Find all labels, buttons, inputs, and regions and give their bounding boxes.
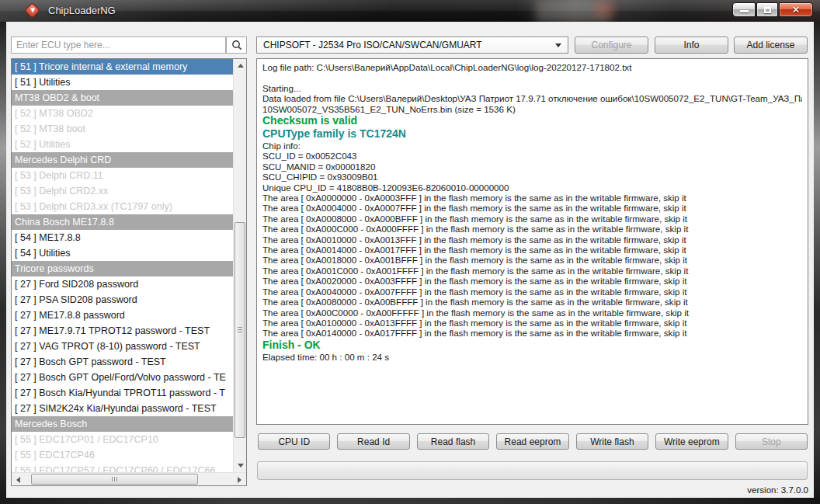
device-combobox[interactable]: CHIPSOFT - J2534 Pro ISO/CAN/SWCAN/GMUAR… <box>256 36 568 54</box>
list-item-label: [ 27 ] VAG TPROT (8-10) password - TEST <box>15 341 200 352</box>
maximize-icon <box>764 7 771 13</box>
log-line: The area [ 0xA00C0000 - 0xA00FFFFF ] in … <box>262 308 802 318</box>
log-line: The area [ 0xA000C000 - 0xA000FFFF ] in … <box>262 224 802 234</box>
list-item[interactable]: [ 27 ] Bosch GPT Opel/Ford/Volvo passwor… <box>12 370 233 385</box>
log-line: 10SW005072_VS35B561_E2_TUN_NoErrs.bin (s… <box>262 104 802 114</box>
list-item: [ 55 ] EDC17CP57 / EDC17CP60 / EDC17C66 <box>12 463 233 472</box>
search-icon <box>231 40 242 50</box>
scroll-down-arrow[interactable] <box>234 459 247 472</box>
list-item: [ 52 ] MT38 boot <box>12 121 233 137</box>
vertical-scroll-thumb[interactable] <box>235 222 245 438</box>
list-item-label: [ 27 ] SIM2K24x Kia/Hyundai password - T… <box>15 403 217 414</box>
vertical-scroll-track[interactable] <box>234 72 246 459</box>
titlebar-glass-reflection <box>0 0 820 22</box>
log-line: SCU_MANID = 0x00001820 <box>262 162 802 172</box>
list-item-label: Tricore passwords <box>15 263 94 274</box>
list-item-label: China Bosch ME17.8.8 <box>15 217 114 228</box>
list-item[interactable]: [ 27 ] PSA SID208 password <box>12 292 233 308</box>
list-item: Mercedes Delphi CRD <box>12 152 233 168</box>
ecu-list: [ 51 ] Tricore internal & external memor… <box>11 58 247 486</box>
list-item-label: [ 52 ] MT38 OBD2 <box>15 108 93 119</box>
list-item-label: [ 27 ] PSA SID208 password <box>15 294 137 305</box>
horizontal-scroll-track[interactable] <box>25 473 233 485</box>
add-license-button[interactable]: Add license <box>734 36 808 54</box>
list-item-label: [ 55 ] EDC17CP57 / EDC17CP60 / EDC17C66 <box>15 465 215 472</box>
list-item[interactable]: [ 27 ] Bosch GPT password - TEST <box>12 354 233 370</box>
list-item[interactable]: [ 51 ] Utilities <box>12 75 233 90</box>
list-item: Tricore passwords <box>12 261 233 276</box>
list-item[interactable]: [ 27 ] Ford SID208 password <box>12 276 233 292</box>
titlebar: ChipLoaderNG ✕ <box>0 0 820 22</box>
list-item-label: [ 27 ] ME17.8.8 password <box>15 310 125 321</box>
log-line: Starting... <box>262 83 802 93</box>
minimize-button[interactable] <box>732 2 756 17</box>
horizontal-scroll-thumb[interactable] <box>31 474 198 485</box>
search-button[interactable] <box>226 36 247 54</box>
info-button[interactable]: Info <box>655 36 728 54</box>
log-line: The area [ 0xA0020000 - 0xA003FFFF ] in … <box>262 276 802 286</box>
list-item[interactable]: [ 51 ] Tricore internal & external memor… <box>12 59 233 75</box>
log-output[interactable]: Log file path: C:\Users\Валерий\AppData\… <box>256 58 808 425</box>
version-label: version: 3.7.0.0 <box>747 485 808 495</box>
list-item: [ 53 ] Delphi CRD3.xx (TC1797 only) <box>12 199 233 214</box>
list-item-label: Mercedes Bosch <box>15 419 87 429</box>
list-item: China Bosch ME17.8.8 <box>12 214 233 230</box>
list-item-label: [ 27 ] ME17.9.71 TPROT12 password - TEST <box>15 325 210 336</box>
log-line: Chip info: <box>262 141 802 151</box>
read-id-button[interactable]: Read Id <box>337 433 409 450</box>
window-frame-right <box>814 22 820 504</box>
list-item-label: [ 53 ] Delphi CRD3.xx (TC1797 only) <box>15 201 172 212</box>
write-flash-button[interactable]: Write flash <box>576 433 648 450</box>
list-item[interactable]: [ 27 ] SIM2K24x Kia/Hyundai password - T… <box>12 401 233 416</box>
device-combobox-value: CHIPSOFT - J2534 Pro ISO/CAN/SWCAN/GMUAR… <box>263 40 482 50</box>
list-item-label: [ 27 ] Bosch Kia/Hyundai TPROT11 passwor… <box>15 388 225 398</box>
ecu-search-input[interactable] <box>11 36 226 54</box>
write-eeprom-button[interactable]: Write eeprom <box>655 433 728 450</box>
list-item-label: MT38 OBD2 & boot <box>15 92 99 103</box>
ecu-list-vertical-scrollbar[interactable] <box>233 59 246 472</box>
scroll-up-arrow[interactable] <box>234 59 247 72</box>
cpu-id-button[interactable]: CPU ID <box>258 433 330 450</box>
list-item[interactable]: [ 27 ] Bosch Kia/Hyundai TPROT11 passwor… <box>12 385 233 401</box>
log-line: The area [ 0xA0080000 - 0xA00BFFFF ] in … <box>262 297 802 307</box>
list-item-label: [ 27 ] Bosch GPT Opel/Ford/Volvo passwor… <box>15 372 226 383</box>
list-item-label: [ 54 ] Utilities <box>15 248 71 259</box>
maximize-button[interactable] <box>756 2 778 17</box>
scroll-left-arrow[interactable] <box>12 473 25 486</box>
list-item-label: [ 52 ] Utilities <box>15 139 71 150</box>
list-item[interactable]: [ 27 ] VAG TPROT (8-10) password - TEST <box>12 339 233 354</box>
log-line: The area [ 0xA001C000 - 0xA001FFFF ] in … <box>262 266 802 276</box>
ecu-list-horizontal-scrollbar[interactable] <box>12 472 246 485</box>
log-line: The area [ 0xA0040000 - 0xA007FFFF ] in … <box>262 287 802 297</box>
progress-bar <box>257 461 808 480</box>
list-item-label: [ 52 ] MT38 boot <box>15 123 85 134</box>
list-item-label: [ 53 ] Delphi CRD.11 <box>15 170 103 181</box>
window-frame-bottom <box>0 498 820 504</box>
configure-button: Configure <box>575 36 648 54</box>
log-line: Elapsed time: 00 h : 00 m : 24 s <box>262 352 802 362</box>
log-line: SCU_CHIPID = 0x93009B01 <box>262 172 802 182</box>
list-item-label: [ 27 ] Bosch GPT password - TEST <box>15 356 166 367</box>
triangle-up-icon <box>238 64 244 68</box>
read-eeprom-button[interactable]: Read eeprom <box>496 433 568 450</box>
log-line: The area [ 0xA0140000 - 0xA017FFFF ] in … <box>262 328 802 338</box>
triangle-down-icon <box>238 464 244 468</box>
list-item: [ 52 ] Utilities <box>12 137 233 152</box>
list-item[interactable]: [ 54 ] ME17.8.8 <box>12 230 233 245</box>
minimize-icon <box>740 10 749 12</box>
log-line: The area [ 0xA0008000 - 0xA000BFFF ] in … <box>262 214 802 224</box>
scroll-right-arrow[interactable] <box>233 473 246 486</box>
list-item[interactable]: [ 54 ] Utilities <box>12 245 233 261</box>
list-item[interactable]: [ 27 ] ME17.8.8 password <box>12 308 233 323</box>
close-button[interactable]: ✕ <box>779 2 813 17</box>
list-item: MT38 OBD2 & boot <box>12 90 233 106</box>
close-icon: ✕ <box>780 4 812 16</box>
list-item[interactable]: [ 27 ] ME17.9.71 TPROT12 password - TEST <box>12 323 233 339</box>
chevron-down-icon <box>555 43 561 47</box>
list-item-label: [ 53 ] Delphi CRD2.xx <box>15 186 108 196</box>
list-item: Mercedes Bosch <box>12 416 233 432</box>
log-line: The area [ 0xA0000000 - 0xA0003FFF ] in … <box>262 193 802 203</box>
read-flash-button[interactable]: Read flash <box>417 433 489 450</box>
log-line: Finish - OK <box>262 339 802 352</box>
log-line: The area [ 0xA0014000 - 0xA0017FFF ] in … <box>262 245 802 255</box>
